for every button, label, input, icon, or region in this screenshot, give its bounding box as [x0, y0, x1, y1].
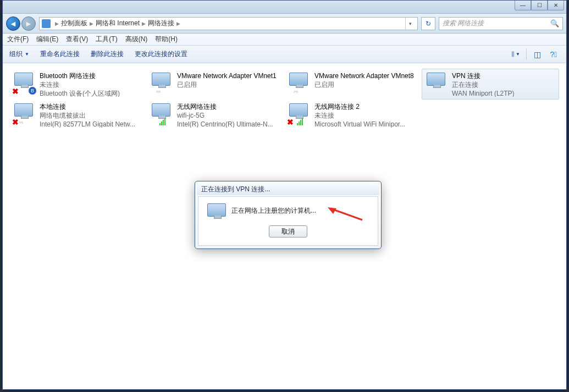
rename-connection-button[interactable]: 重命名此连接: [40, 49, 80, 59]
connection-text: VPN 连接正在连接WAN Miniport (L2TP): [452, 71, 515, 97]
connection-text: 无线网络连接wifi-jc-5GIntel(R) Centrino(R) Ult…: [177, 102, 273, 128]
connection-icon: ⎓: [151, 71, 174, 95]
delete-connection-button[interactable]: 删除此连接: [91, 49, 124, 59]
connection-title: VMware Network Adapter VMnet8: [314, 71, 414, 80]
breadcrumb-item[interactable]: 网络和 Internet: [96, 19, 140, 28]
chevron-right-icon: ▶: [90, 21, 93, 26]
connection-title: Bluetooth 网络连接: [40, 71, 120, 80]
navbar: ◄ ► ▶ 控制面板 ▶ 网络和 Internet ▶ 网络连接 ▶ ▾ ↻ 搜…: [3, 14, 566, 34]
connection-text: 无线网络连接 2未连接Microsoft Virtual WiFi Minipo…: [314, 102, 405, 128]
search-input[interactable]: 搜索 网络连接 🔍: [439, 17, 563, 30]
connection-text: 本地连接网络电缆被拔出Intel(R) 82577LM Gigabit Netw…: [40, 102, 135, 128]
connection-status: wifi-jc-5G: [177, 111, 273, 120]
connection-item[interactable]: VPN 连接正在连接WAN Miniport (L2TP): [422, 69, 559, 100]
dialog-message: 正在网络上注册您的计算机...: [231, 206, 316, 216]
connection-status: 未连接: [40, 80, 120, 89]
menu-view[interactable]: 查看(V): [66, 35, 88, 44]
connection-title: 无线网络连接 2: [314, 102, 405, 111]
dialog-title: 正在连接到 VPN 连接...: [197, 183, 379, 195]
help-button[interactable]: ?⃝: [548, 48, 560, 60]
connection-icon: ✖: [288, 102, 311, 125]
menubar: 文件(F) 编辑(E) 查看(V) 工具(T) 高级(N) 帮助(H): [3, 34, 566, 46]
nav-arrows: ◄ ►: [6, 16, 36, 31]
connection-title: 本地连接: [40, 102, 135, 111]
search-icon[interactable]: 🔍: [550, 19, 559, 27]
connection-title: VMware Network Adapter VMnet1: [177, 71, 277, 80]
menu-file[interactable]: 文件(F): [7, 35, 29, 44]
connection-detail: Intel(R) Centrino(R) Ultimate-N...: [177, 120, 273, 128]
breadcrumb[interactable]: ▶ 控制面板 ▶ 网络和 Internet ▶ 网络连接 ▶ ▾: [39, 17, 418, 30]
view-options-button[interactable]: ⦀▼: [510, 48, 522, 60]
connection-text: Bluetooth 网络连接未连接Bluetooth 设备(个人区域网): [40, 71, 120, 97]
connection-item[interactable]: ✖⎓本地连接网络电缆被拔出Intel(R) 82577LM Gigabit Ne…: [9, 100, 147, 130]
window-controls: — ☐ ✕: [515, 1, 564, 10]
dialog-body: 正在网络上注册您的计算机... 取消: [198, 196, 378, 246]
connection-item[interactable]: ⎓VMware Network Adapter VMnet1已启用: [147, 69, 284, 100]
connection-detail: Bluetooth 设备(个人区域网): [40, 89, 120, 97]
breadcrumb-item[interactable]: 网络连接: [148, 19, 174, 28]
minimize-button[interactable]: —: [515, 1, 531, 10]
network-icon: [206, 202, 225, 219]
forward-button[interactable]: ►: [21, 16, 36, 31]
breadcrumb-dropdown[interactable]: ▾: [405, 18, 415, 30]
chevron-right-icon: ▶: [142, 21, 146, 26]
connection-status: 网络电缆被拔出: [40, 111, 135, 120]
menu-help[interactable]: 帮助(H): [155, 35, 178, 44]
maximize-button[interactable]: ☐: [531, 1, 548, 10]
close-button[interactable]: ✕: [548, 1, 564, 10]
search-placeholder: 搜索 网络连接: [443, 19, 484, 28]
menu-edit[interactable]: 编辑(E): [36, 35, 58, 44]
location-icon: [42, 19, 51, 28]
organize-label: 组织: [9, 49, 23, 59]
connection-icon: [426, 71, 449, 95]
connection-text: VMware Network Adapter VMnet8已启用: [314, 71, 414, 97]
toolbar-right: ⦀▼ ◫ ?⃝: [510, 48, 560, 60]
connection-text: VMware Network Adapter VMnet1已启用: [177, 71, 277, 97]
chevron-right-icon: ▶: [55, 21, 59, 26]
organize-button[interactable]: 组织 ▼: [9, 49, 29, 59]
connection-detail: Microsoft Virtual WiFi Minipor...: [314, 120, 405, 128]
back-button[interactable]: ◄: [6, 16, 20, 31]
connection-item[interactable]: ✖BBluetooth 网络连接未连接Bluetooth 设备(个人区域网): [9, 69, 147, 100]
titlebar: — ☐ ✕: [3, 1, 566, 14]
preview-pane-button[interactable]: ◫: [531, 48, 543, 60]
menu-advanced[interactable]: 高级(N): [125, 35, 148, 44]
connection-icon: ⎓: [288, 71, 311, 95]
connection-icon: [151, 102, 174, 125]
cancel-button[interactable]: 取消: [269, 225, 307, 238]
connection-status: 已启用: [177, 80, 277, 89]
connection-detail: WAN Miniport (L2TP): [452, 89, 515, 97]
change-settings-button[interactable]: 更改此连接的设置: [135, 49, 187, 59]
menu-tools[interactable]: 工具(T): [96, 35, 117, 44]
chevron-right-icon: ▶: [176, 21, 180, 26]
connection-detail: Intel(R) 82577LM Gigabit Netw...: [40, 120, 135, 128]
connection-item[interactable]: ⎓VMware Network Adapter VMnet8已启用: [284, 69, 422, 100]
divider: [526, 49, 527, 60]
connection-item[interactable]: ✖无线网络连接 2未连接Microsoft Virtual WiFi Minip…: [284, 100, 422, 130]
connection-icon: ✖B: [13, 71, 36, 95]
breadcrumb-item[interactable]: 控制面板: [61, 19, 87, 28]
connection-title: VPN 连接: [452, 71, 515, 80]
connection-title: 无线网络连接: [177, 102, 273, 111]
connection-item[interactable]: 无线网络连接wifi-jc-5GIntel(R) Centrino(R) Ult…: [147, 100, 284, 130]
connection-status: 正在连接: [452, 80, 515, 89]
connection-status: 未连接: [314, 111, 405, 120]
connecting-dialog: 正在连接到 VPN 连接... 正在网络上注册您的计算机... 取消: [195, 181, 382, 249]
refresh-button[interactable]: ↻: [421, 17, 435, 30]
connection-icon: ✖⎓: [13, 102, 36, 125]
chevron-down-icon: ▼: [25, 52, 29, 57]
toolbar: 组织 ▼ 重命名此连接 删除此连接 更改此连接的设置 ⦀▼ ◫ ?⃝: [3, 46, 566, 63]
connection-status: 已启用: [314, 80, 414, 89]
